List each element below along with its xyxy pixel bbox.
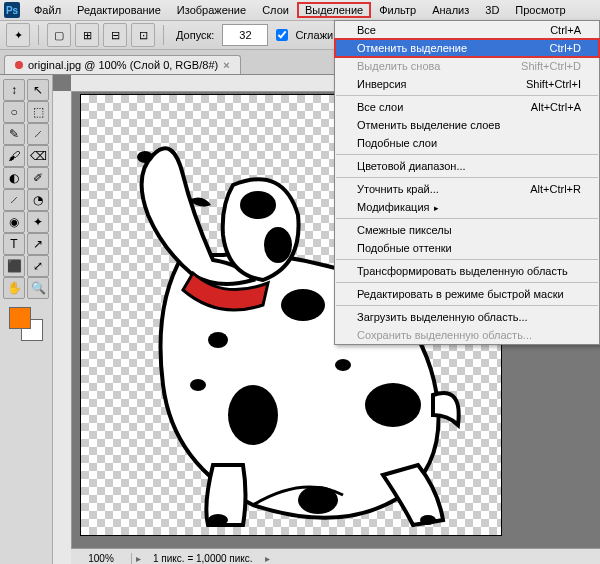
selection-new-icon[interactable]: ▢: [47, 23, 71, 47]
tool-button[interactable]: ✋: [3, 277, 25, 299]
menubar: Ps Файл Редактирование Изображение Слои …: [0, 0, 600, 21]
tool-preset-icon[interactable]: ✦: [6, 23, 30, 47]
menu-item[interactable]: Уточнить край...Alt+Ctrl+R: [335, 180, 599, 198]
tab-dot-icon: [15, 61, 23, 69]
zoom-level[interactable]: 100%: [71, 553, 132, 564]
tool-button[interactable]: ✎: [3, 123, 25, 145]
menu-item: Выделить сноваShift+Ctrl+D: [335, 57, 599, 75]
menu-item[interactable]: Отменить выделениеCtrl+D: [335, 39, 599, 57]
tool-button[interactable]: ✦: [27, 211, 49, 233]
menu-layers[interactable]: Слои: [254, 2, 297, 18]
tool-button[interactable]: T: [3, 233, 25, 255]
svg-point-11: [420, 515, 436, 525]
selection-add-icon[interactable]: ⊞: [75, 23, 99, 47]
menu-item[interactable]: Трансформировать выделенную область: [335, 262, 599, 280]
tool-button[interactable]: ↕: [3, 79, 25, 101]
tolerance-label: Допуск:: [176, 29, 214, 41]
menu-item[interactable]: Редактировать в режиме быстрой маски: [335, 285, 599, 303]
menu-item[interactable]: Смежные пикселы: [335, 221, 599, 239]
menu-view[interactable]: Просмотр: [507, 2, 573, 18]
chevron-right-icon[interactable]: ▸: [132, 553, 145, 564]
svg-point-6: [228, 385, 278, 445]
tool-button[interactable]: ⌫: [27, 145, 49, 167]
menu-item[interactable]: Цветовой диапазон...: [335, 157, 599, 175]
selection-intersect-icon[interactable]: ⊡: [131, 23, 155, 47]
toolbox: ↕↖○⬚✎⟋🖌⌫◐✐⟋◔◉✦T↗⬛⤢✋🔍: [0, 75, 53, 564]
tool-button[interactable]: ⬚: [27, 101, 49, 123]
tool-button[interactable]: 🖌: [3, 145, 25, 167]
svg-point-8: [365, 383, 421, 427]
menu-item[interactable]: Подобные оттенки: [335, 239, 599, 257]
tolerance-input[interactable]: [222, 24, 268, 46]
color-swatches[interactable]: [9, 307, 43, 341]
menu-select[interactable]: Выделение: [297, 2, 371, 18]
status-info: 1 пикс. = 1,0000 пикс.: [145, 553, 261, 564]
ruler-vertical[interactable]: [53, 91, 72, 564]
menu-image[interactable]: Изображение: [169, 2, 254, 18]
menu-item[interactable]: ИнверсияShift+Ctrl+I: [335, 75, 599, 93]
tool-button[interactable]: ↖: [27, 79, 49, 101]
ps-logo: Ps: [4, 2, 20, 18]
svg-point-2: [137, 151, 153, 163]
document-tab[interactable]: original.jpg @ 100% (Слой 0, RGB/8#) ×: [4, 55, 241, 74]
menu-item[interactable]: ВсеCtrl+A: [335, 21, 599, 39]
menu-file[interactable]: Файл: [26, 2, 69, 18]
tool-button[interactable]: ◔: [27, 189, 49, 211]
svg-point-5: [190, 379, 206, 391]
svg-point-7: [335, 359, 351, 371]
tool-button[interactable]: ✐: [27, 167, 49, 189]
tool-button[interactable]: ◉: [3, 211, 25, 233]
tool-button[interactable]: ⬛: [3, 255, 25, 277]
menu-analysis[interactable]: Анализ: [424, 2, 477, 18]
tool-button[interactable]: ⤢: [27, 255, 49, 277]
selection-sub-icon[interactable]: ⊟: [103, 23, 127, 47]
tool-button[interactable]: 🔍: [27, 277, 49, 299]
tab-close-icon[interactable]: ×: [223, 59, 229, 71]
tool-button[interactable]: ○: [3, 101, 25, 123]
tool-button[interactable]: ⟋: [3, 189, 25, 211]
select-menu-dropdown: ВсеCtrl+AОтменить выделениеCtrl+DВыделит…: [334, 20, 600, 345]
menu-item[interactable]: Подобные слои: [335, 134, 599, 152]
tool-button[interactable]: ↗: [27, 233, 49, 255]
menu-item[interactable]: Загрузить выделенную область...: [335, 308, 599, 326]
menu-item[interactable]: Все слоиAlt+Ctrl+A: [335, 98, 599, 116]
menu-item[interactable]: Отменить выделение слоев: [335, 116, 599, 134]
tool-button[interactable]: ⟋: [27, 123, 49, 145]
antialias-checkbox[interactable]: [276, 29, 288, 41]
menu-item: Сохранить выделенную область...: [335, 326, 599, 344]
foreground-color-swatch[interactable]: [9, 307, 31, 329]
menu-item[interactable]: Модификация: [335, 198, 599, 216]
svg-point-1: [264, 227, 292, 263]
svg-point-0: [240, 191, 276, 219]
tab-title: original.jpg @ 100% (Слой 0, RGB/8#): [28, 59, 218, 71]
svg-point-10: [208, 514, 228, 526]
tool-button[interactable]: ◐: [3, 167, 25, 189]
menu-edit[interactable]: Редактирование: [69, 2, 169, 18]
menu-filter[interactable]: Фильтр: [371, 2, 424, 18]
statusbar: 100% ▸ 1 пикс. = 1,0000 пикс. ▸: [71, 548, 600, 564]
chevron-right-icon[interactable]: ▸: [261, 553, 274, 564]
svg-point-3: [281, 289, 325, 321]
menu-3d[interactable]: 3D: [477, 2, 507, 18]
svg-point-4: [208, 332, 228, 348]
